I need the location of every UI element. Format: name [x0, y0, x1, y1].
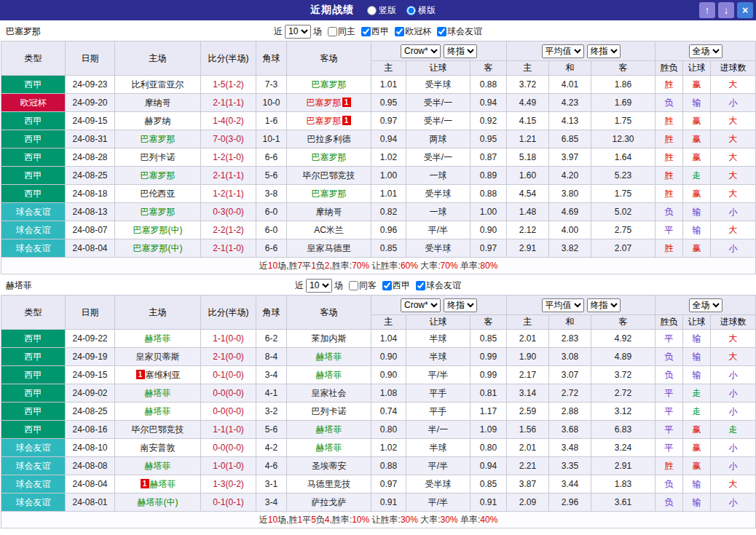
filter-checkbox[interactable]: [382, 281, 392, 290]
away-team-name[interactable]: 巴列卡诺: [312, 406, 347, 416]
home-team-name[interactable]: 赫塔菲: [150, 479, 176, 489]
filter-option[interactable]: 欧冠杯: [395, 25, 431, 38]
match-row: 西甲24-09-23比利亚雷亚尔1-5(1-2)7-3巴塞罗那1.01受半球0.…: [1, 76, 756, 94]
vertical-radio[interactable]: [367, 6, 377, 15]
close-button[interactable]: ×: [737, 2, 753, 18]
home-team-name[interactable]: 赫塔菲(中): [138, 497, 178, 507]
filter-option[interactable]: 球会友谊: [437, 25, 482, 38]
column-header: 让球: [406, 61, 470, 76]
odds-stage-select[interactable]: 终指: [444, 298, 477, 312]
result-outcome-cell: 胜: [655, 185, 683, 203]
home-team-name[interactable]: 赫塔菲: [145, 333, 171, 344]
score-cell: 0-1(0-1): [201, 494, 256, 512]
home-team-name[interactable]: 塞维利亚: [146, 370, 181, 380]
layout-option-vertical[interactable]: 竖版: [367, 4, 396, 17]
away-team-name[interactable]: 赫塔菲: [316, 424, 342, 435]
recent-count-select[interactable]: 10: [285, 25, 311, 39]
away-team-name[interactable]: 巴塞罗那: [307, 98, 342, 108]
euro-home-odds-cell: 2.12: [507, 221, 549, 239]
away-team-name[interactable]: 萨拉戈萨: [312, 497, 347, 507]
filter-checkbox[interactable]: [361, 27, 371, 36]
home-team-name[interactable]: 巴塞罗那(中): [133, 243, 183, 253]
away-team-name[interactable]: 皇家社会: [312, 388, 347, 398]
move-down-button[interactable]: ↓: [718, 2, 734, 18]
home-team-name[interactable]: 赫塔菲: [145, 406, 171, 416]
bookmaker-select[interactable]: Crow*: [401, 44, 441, 58]
filter-option[interactable]: 同客: [349, 280, 377, 292]
home-team-name[interactable]: 巴列卡诺: [141, 152, 176, 162]
euro-draw-odds-cell: 2.72: [549, 384, 591, 403]
odds-group-header: 全场: [655, 41, 756, 61]
euro-draw-odds-cell: 3.68: [549, 421, 591, 439]
away-team-name[interactable]: 巴拉多利德: [307, 134, 351, 144]
layout-option-horizontal[interactable]: 横版: [406, 4, 436, 17]
away-team-name[interactable]: 赫塔菲: [316, 352, 342, 362]
column-header: 让球: [406, 315, 470, 330]
match-date-cell: 24-08-08: [66, 457, 115, 475]
home-team-name[interactable]: 赫塔菲: [145, 461, 171, 471]
away-team-cell: 萨拉戈萨: [287, 494, 371, 512]
filter-option[interactable]: 球会友谊: [416, 280, 461, 292]
home-team-name[interactable]: 巴塞罗那(中): [133, 225, 183, 235]
away-team-name[interactable]: 皇家马德里: [307, 243, 351, 253]
home-team-name[interactable]: 巴塞罗那: [141, 170, 176, 181]
horizontal-radio[interactable]: [406, 6, 416, 15]
filter-checkbox[interactable]: [328, 27, 337, 36]
column-header: 胜负: [655, 61, 683, 76]
home-team-cell: 巴塞罗那(中): [115, 239, 201, 258]
asia-away-odds-cell: 0.85: [470, 330, 507, 348]
scope-select[interactable]: 全场: [689, 298, 722, 312]
home-team-name[interactable]: 巴塞罗那: [141, 207, 176, 217]
away-team-name[interactable]: 赫塔菲: [316, 370, 342, 380]
home-team-name[interactable]: 南安普敦: [141, 443, 176, 453]
away-team-name[interactable]: 毕尔巴鄂竞技: [303, 170, 355, 181]
average-select[interactable]: 平均值: [542, 298, 584, 312]
home-team-name[interactable]: 赫塔菲: [145, 388, 171, 398]
away-team-name[interactable]: 摩纳哥: [316, 207, 342, 217]
home-team-cell: 巴塞罗那(中): [115, 221, 201, 239]
avg-stage-select[interactable]: 终指: [587, 44, 621, 58]
away-team-name[interactable]: 马德里竞技: [307, 479, 351, 489]
odds-group-header: Crow*终指: [371, 296, 507, 315]
home-team-name[interactable]: 赫罗纳: [145, 116, 171, 126]
filter-checkbox[interactable]: [416, 281, 425, 290]
move-up-button[interactable]: ↑: [699, 2, 715, 18]
away-team-name[interactable]: 赫塔菲: [316, 443, 342, 453]
away-team-name[interactable]: 巴塞罗那: [312, 79, 347, 90]
average-select[interactable]: 平均值: [542, 44, 584, 58]
home-team-name[interactable]: 比利亚雷亚尔: [132, 79, 184, 90]
filter-checkbox[interactable]: [437, 27, 446, 36]
filter-checkbox[interactable]: [349, 281, 358, 290]
column-header: 进球数: [711, 315, 756, 330]
filter-option[interactable]: 同主: [328, 25, 355, 38]
away-team-name[interactable]: 巴塞罗那: [312, 152, 347, 162]
match-date-cell: 24-08-25: [66, 167, 115, 185]
bookmaker-select[interactable]: Crow*: [401, 298, 441, 312]
away-team-name[interactable]: AC米兰: [314, 225, 344, 235]
result-handicap-cell: 输: [683, 366, 711, 384]
away-team-name[interactable]: 圣埃蒂安: [312, 461, 347, 471]
odds-stage-select[interactable]: 终指: [444, 44, 477, 58]
euro-home-odds-cell: 2.09: [507, 494, 549, 512]
home-team-name[interactable]: 摩纳哥: [145, 98, 171, 108]
filter-checkbox[interactable]: [395, 27, 404, 36]
home-team-cell: 巴塞罗那: [115, 130, 201, 148]
home-team-name[interactable]: 巴塞罗那: [141, 134, 176, 144]
home-team-name[interactable]: 皇家贝蒂斯: [136, 352, 180, 362]
home-team-name[interactable]: 巴伦西亚: [141, 189, 176, 199]
avg-stage-select[interactable]: 终指: [587, 298, 621, 312]
summary-segment: 让胜率:: [369, 261, 401, 271]
result-goals-cell: 走: [711, 421, 756, 439]
away-team-name[interactable]: 巴塞罗那: [307, 116, 342, 126]
filter-option[interactable]: 西甲: [361, 25, 389, 38]
away-team-name[interactable]: 莱加内斯: [312, 333, 347, 344]
match-date-cell: 24-08-31: [66, 130, 115, 148]
filter-option[interactable]: 西甲: [382, 280, 410, 292]
asia-home-odds-cell: 1.01: [371, 76, 406, 94]
result-outcome-cell: 平: [655, 403, 683, 421]
home-team-name[interactable]: 毕尔巴鄂竞技: [132, 424, 184, 435]
euro-away-odds-cell: 3.61: [591, 494, 655, 512]
away-team-name[interactable]: 巴塞罗那: [312, 189, 347, 199]
scope-select[interactable]: 全场: [689, 44, 722, 58]
recent-count-select[interactable]: 10: [306, 279, 332, 293]
